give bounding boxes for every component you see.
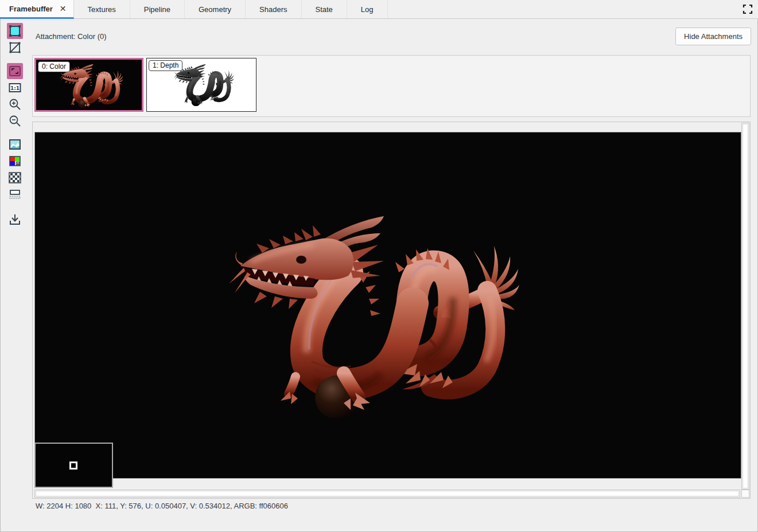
tab-textures[interactable]: Textures <box>74 0 130 18</box>
tab-framebuffer[interactable]: Framebuffer ✕ <box>0 0 74 19</box>
one-to-one-text: 1:1 <box>10 85 20 91</box>
display-mode-button[interactable] <box>7 23 23 39</box>
zoom-out-button[interactable] <box>7 113 23 129</box>
close-tab-icon[interactable]: ✕ <box>60 5 67 13</box>
visible-range-button[interactable] <box>7 186 23 202</box>
pixel-context-overlay <box>34 443 113 488</box>
hide-attachments-button[interactable]: Hide Attachments <box>675 28 751 45</box>
tab-log[interactable]: Log <box>347 0 388 18</box>
attachment-label: Attachment: Color (0) <box>36 32 107 41</box>
depth-thumbnail-image <box>173 63 234 106</box>
checkerboard-background-button[interactable] <box>7 170 23 186</box>
horizontal-scrollbar[interactable] <box>34 490 740 498</box>
attachment-chip-depth: 1: Depth <box>149 60 182 71</box>
zoom-fit-button[interactable] <box>7 63 23 79</box>
wireframe-overlay-button[interactable] <box>7 40 23 56</box>
zoom-in-button[interactable] <box>7 96 23 112</box>
vertical-scrollbar-thumb[interactable] <box>743 124 748 488</box>
texture-viewport <box>32 122 751 499</box>
tab-state[interactable]: State <box>302 0 347 18</box>
render-canvas[interactable] <box>34 132 741 479</box>
pixel-status-text: W: 2204 H: 1080 X: 111, Y: 576, U: 0.050… <box>36 502 288 510</box>
tab-label: Framebuffer <box>9 5 53 13</box>
framebuffer-viewer-window: Framebuffer ✕ Textures Pipeline Geometry… <box>0 0 758 532</box>
tab-spacer <box>388 0 737 18</box>
attachment-thumbnail-depth[interactable]: 1: Depth <box>146 58 256 112</box>
horizontal-scrollbar-thumb[interactable] <box>36 491 739 496</box>
attachment-chip-color: 0: Color <box>38 61 70 72</box>
vertical-scrollbar[interactable] <box>741 123 749 490</box>
tab-geometry[interactable]: Geometry <box>185 0 246 18</box>
tab-bar: Framebuffer ✕ Textures Pipeline Geometry… <box>0 0 758 19</box>
svg-text:A: A <box>17 162 19 165</box>
texture-viewer-toolbar: 1:1 <box>6 23 24 228</box>
rgba-channels-button[interactable]: A <box>7 153 23 169</box>
picked-pixel-marker <box>69 461 77 470</box>
fullscreen-icon[interactable] <box>737 0 758 18</box>
attachments-strip: 0: Color 1: Depth <box>32 55 751 117</box>
dragon-render <box>228 212 520 418</box>
save-texture-button[interactable] <box>7 212 23 228</box>
tab-pipeline[interactable]: Pipeline <box>130 0 185 18</box>
tab-shaders[interactable]: Shaders <box>246 0 301 18</box>
background-image-button[interactable] <box>7 136 23 152</box>
zoom-1-1-button[interactable]: 1:1 <box>7 80 23 96</box>
attachment-thumbnail-color[interactable]: 0: Color <box>34 58 143 112</box>
scrollbar-corner <box>741 490 749 498</box>
